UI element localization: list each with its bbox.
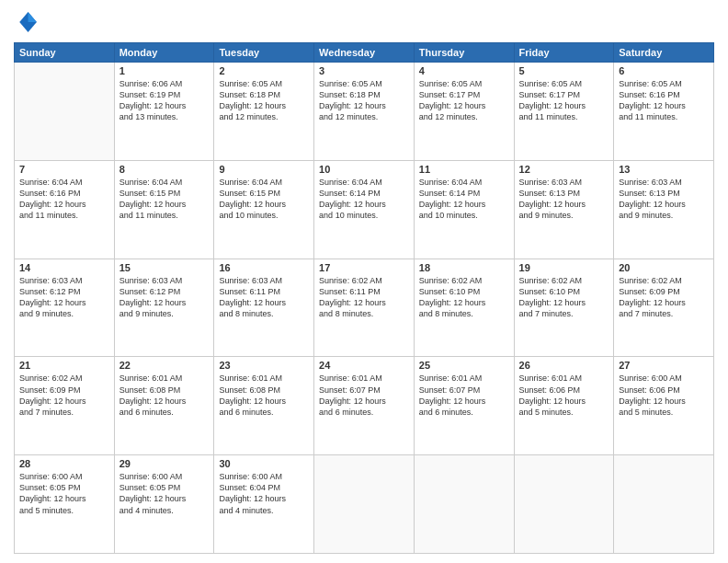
day-number: 9 (219, 164, 309, 175)
calendar-header-wednesday: Wednesday (314, 43, 415, 63)
calendar-cell: 17Sunrise: 6:02 AMSunset: 6:11 PMDayligh… (314, 259, 415, 357)
day-number: 7 (19, 164, 109, 175)
day-number: 23 (219, 360, 309, 371)
day-number: 12 (519, 164, 609, 175)
calendar-cell: 11Sunrise: 6:04 AMSunset: 6:14 PMDayligh… (414, 160, 514, 259)
page: SundayMondayTuesdayWednesdayThursdayFrid… (0, 0, 728, 563)
day-info: Sunrise: 6:00 AMSunset: 6:05 PMDaylight:… (19, 471, 109, 516)
calendar-cell: 6Sunrise: 6:05 AMSunset: 6:16 PMDaylight… (614, 63, 714, 161)
day-number: 6 (619, 65, 709, 76)
calendar-cell (414, 455, 514, 554)
calendar-cell (514, 455, 614, 554)
calendar-cell: 10Sunrise: 6:04 AMSunset: 6:14 PMDayligh… (314, 160, 415, 259)
day-info: Sunrise: 6:03 AMSunset: 6:11 PMDaylight:… (219, 275, 309, 320)
calendar-cell: 14Sunrise: 6:03 AMSunset: 6:12 PMDayligh… (15, 259, 115, 357)
day-number: 14 (19, 262, 109, 273)
day-info: Sunrise: 6:04 AMSunset: 6:15 PMDaylight:… (119, 177, 210, 222)
calendar-cell: 7Sunrise: 6:04 AMSunset: 6:16 PMDaylight… (15, 160, 115, 259)
day-info: Sunrise: 6:06 AMSunset: 6:19 PMDaylight:… (119, 78, 210, 123)
day-number: 21 (19, 360, 109, 371)
calendar-header-monday: Monday (114, 43, 214, 63)
calendar-cell: 20Sunrise: 6:02 AMSunset: 6:09 PMDayligh… (614, 259, 714, 357)
day-info: Sunrise: 6:03 AMSunset: 6:13 PMDaylight:… (619, 177, 709, 222)
calendar-cell: 21Sunrise: 6:02 AMSunset: 6:09 PMDayligh… (15, 357, 115, 455)
day-number: 11 (419, 164, 509, 175)
calendar-cell: 29Sunrise: 6:00 AMSunset: 6:05 PMDayligh… (114, 455, 214, 554)
day-info: Sunrise: 6:04 AMSunset: 6:16 PMDaylight:… (19, 177, 109, 222)
day-info: Sunrise: 6:05 AMSunset: 6:17 PMDaylight:… (419, 78, 509, 123)
calendar-header-saturday: Saturday (614, 43, 714, 63)
calendar-cell (314, 455, 415, 554)
day-number: 26 (519, 360, 609, 371)
day-info: Sunrise: 6:03 AMSunset: 6:12 PMDaylight:… (119, 275, 210, 320)
day-number: 22 (119, 360, 210, 371)
calendar-cell: 16Sunrise: 6:03 AMSunset: 6:11 PMDayligh… (214, 259, 314, 357)
calendar-header-tuesday: Tuesday (214, 43, 314, 63)
calendar-header-sunday: Sunday (15, 43, 115, 63)
day-number: 3 (319, 65, 409, 76)
svg-marker-1 (28, 12, 37, 22)
day-info: Sunrise: 6:02 AMSunset: 6:10 PMDaylight:… (519, 275, 609, 320)
day-info: Sunrise: 6:02 AMSunset: 6:11 PMDaylight:… (319, 275, 409, 320)
calendar-week-4: 21Sunrise: 6:02 AMSunset: 6:09 PMDayligh… (15, 357, 714, 455)
day-info: Sunrise: 6:01 AMSunset: 6:08 PMDaylight:… (119, 373, 210, 418)
day-info: Sunrise: 6:04 AMSunset: 6:14 PMDaylight:… (319, 177, 409, 222)
calendar-week-2: 7Sunrise: 6:04 AMSunset: 6:16 PMDaylight… (15, 160, 714, 259)
day-number: 1 (119, 65, 210, 76)
day-number: 19 (519, 262, 609, 273)
day-info: Sunrise: 6:01 AMSunset: 6:07 PMDaylight:… (319, 373, 409, 418)
calendar-cell: 18Sunrise: 6:02 AMSunset: 6:10 PMDayligh… (414, 259, 514, 357)
calendar-cell: 15Sunrise: 6:03 AMSunset: 6:12 PMDayligh… (114, 259, 214, 357)
calendar-cell: 28Sunrise: 6:00 AMSunset: 6:05 PMDayligh… (15, 455, 115, 554)
day-info: Sunrise: 6:01 AMSunset: 6:08 PMDaylight:… (219, 373, 309, 418)
calendar-cell: 19Sunrise: 6:02 AMSunset: 6:10 PMDayligh… (514, 259, 614, 357)
calendar-cell: 27Sunrise: 6:00 AMSunset: 6:06 PMDayligh… (614, 357, 714, 455)
day-info: Sunrise: 6:02 AMSunset: 6:10 PMDaylight:… (419, 275, 509, 320)
day-number: 2 (219, 65, 309, 76)
calendar-cell: 1Sunrise: 6:06 AMSunset: 6:19 PMDaylight… (114, 63, 214, 161)
day-info: Sunrise: 6:00 AMSunset: 6:06 PMDaylight:… (619, 373, 709, 418)
calendar-cell: 13Sunrise: 6:03 AMSunset: 6:13 PMDayligh… (614, 160, 714, 259)
calendar-header-thursday: Thursday (414, 43, 514, 63)
day-info: Sunrise: 6:04 AMSunset: 6:14 PMDaylight:… (419, 177, 509, 222)
day-number: 13 (619, 164, 709, 175)
calendar-cell: 3Sunrise: 6:05 AMSunset: 6:18 PMDaylight… (314, 63, 415, 161)
calendar-week-3: 14Sunrise: 6:03 AMSunset: 6:12 PMDayligh… (15, 259, 714, 357)
calendar-cell: 2Sunrise: 6:05 AMSunset: 6:18 PMDaylight… (214, 63, 314, 161)
day-number: 24 (319, 360, 409, 371)
day-info: Sunrise: 6:02 AMSunset: 6:09 PMDaylight:… (19, 373, 109, 418)
day-number: 20 (619, 262, 709, 273)
day-info: Sunrise: 6:05 AMSunset: 6:16 PMDaylight:… (619, 78, 709, 123)
calendar-header-row: SundayMondayTuesdayWednesdayThursdayFrid… (15, 43, 714, 63)
calendar-header-friday: Friday (514, 43, 614, 63)
logo-icon (14, 9, 40, 35)
day-number: 15 (119, 262, 210, 273)
calendar-cell: 12Sunrise: 6:03 AMSunset: 6:13 PMDayligh… (514, 160, 614, 259)
day-info: Sunrise: 6:00 AMSunset: 6:04 PMDaylight:… (219, 471, 309, 516)
calendar-cell: 9Sunrise: 6:04 AMSunset: 6:15 PMDaylight… (214, 160, 314, 259)
day-number: 29 (119, 458, 210, 469)
calendar-week-1: 1Sunrise: 6:06 AMSunset: 6:19 PMDaylight… (15, 63, 714, 161)
day-info: Sunrise: 6:03 AMSunset: 6:12 PMDaylight:… (19, 275, 109, 320)
header (14, 9, 714, 35)
day-number: 28 (19, 458, 109, 469)
day-info: Sunrise: 6:01 AMSunset: 6:07 PMDaylight:… (419, 373, 509, 418)
calendar-cell: 5Sunrise: 6:05 AMSunset: 6:17 PMDaylight… (514, 63, 614, 161)
day-info: Sunrise: 6:04 AMSunset: 6:15 PMDaylight:… (219, 177, 309, 222)
day-info: Sunrise: 6:02 AMSunset: 6:09 PMDaylight:… (619, 275, 709, 320)
day-number: 25 (419, 360, 509, 371)
calendar-cell: 25Sunrise: 6:01 AMSunset: 6:07 PMDayligh… (414, 357, 514, 455)
day-info: Sunrise: 6:05 AMSunset: 6:18 PMDaylight:… (219, 78, 309, 123)
day-number: 5 (519, 65, 609, 76)
calendar-cell: 23Sunrise: 6:01 AMSunset: 6:08 PMDayligh… (214, 357, 314, 455)
calendar-cell: 8Sunrise: 6:04 AMSunset: 6:15 PMDaylight… (114, 160, 214, 259)
day-info: Sunrise: 6:03 AMSunset: 6:13 PMDaylight:… (519, 177, 609, 222)
day-number: 4 (419, 65, 509, 76)
calendar-week-5: 28Sunrise: 6:00 AMSunset: 6:05 PMDayligh… (15, 455, 714, 554)
calendar-cell: 30Sunrise: 6:00 AMSunset: 6:04 PMDayligh… (214, 455, 314, 554)
day-info: Sunrise: 6:05 AMSunset: 6:18 PMDaylight:… (319, 78, 409, 123)
day-info: Sunrise: 6:00 AMSunset: 6:05 PMDaylight:… (119, 471, 210, 516)
day-info: Sunrise: 6:01 AMSunset: 6:06 PMDaylight:… (519, 373, 609, 418)
calendar-cell: 4Sunrise: 6:05 AMSunset: 6:17 PMDaylight… (414, 63, 514, 161)
day-number: 30 (219, 458, 309, 469)
